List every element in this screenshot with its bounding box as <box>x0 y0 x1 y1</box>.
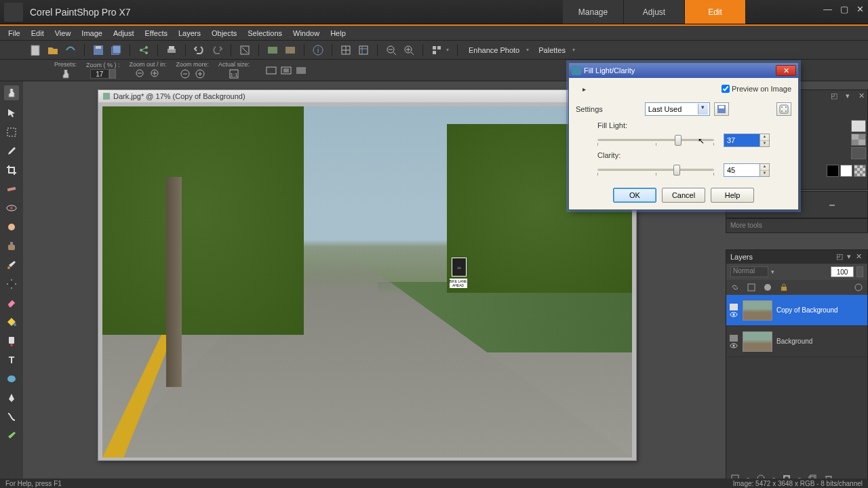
menu-adjust[interactable]: Adjust <box>108 27 140 39</box>
menu-image[interactable]: Image <box>76 27 108 39</box>
window-minimize[interactable]: — <box>823 4 832 14</box>
zoommore-out-icon[interactable] <box>180 68 191 79</box>
saveall-icon[interactable] <box>111 45 121 56</box>
save-preset-button[interactable] <box>714 102 729 116</box>
panel-undock[interactable]: ◰ <box>829 92 839 101</box>
fill-spin-up[interactable]: ▲ <box>760 134 769 141</box>
lighten-tool[interactable] <box>5 278 18 290</box>
zoommore-in-icon[interactable] <box>195 68 205 79</box>
menu-layers[interactable]: Layers <box>173 27 206 39</box>
window-close[interactable]: ✕ <box>856 4 864 14</box>
layer-fx-icon[interactable] <box>747 283 756 292</box>
minus-icon[interactable]: － <box>826 197 838 213</box>
zoomin-icon[interactable] <box>403 45 414 56</box>
selection-tool[interactable] <box>5 126 18 138</box>
straighten-tool[interactable] <box>5 183 18 195</box>
save-icon[interactable] <box>93 45 104 56</box>
layer-style-icon[interactable] <box>854 283 863 292</box>
layers-close[interactable]: ✕ <box>854 252 863 262</box>
clarity-spin-down[interactable]: ▼ <box>760 171 769 177</box>
mode-tab-edit[interactable]: Edit <box>685 0 746 24</box>
twain-icon[interactable] <box>65 45 76 56</box>
fill-light-slider[interactable]: ↖ <box>597 135 714 146</box>
layer-link-icon[interactable] <box>730 283 740 292</box>
menu-effects[interactable]: Effects <box>140 27 173 39</box>
warp-tool[interactable] <box>5 411 18 423</box>
layer-lock-icon[interactable] <box>779 283 789 292</box>
document-window[interactable]: Dark.jpg* @ 17% (Copy of Background) 🚲 B… <box>98 89 637 461</box>
settings-preset-select[interactable]: Last Used <box>645 102 710 116</box>
pen-tool[interactable] <box>5 392 18 404</box>
layer-item-bg[interactable]: Background <box>726 326 867 357</box>
pick-tool[interactable] <box>5 107 18 119</box>
blend-mode-select[interactable]: Normal <box>730 266 768 277</box>
fill-tool[interactable] <box>5 316 18 328</box>
menu-edit[interactable]: Edit <box>26 27 50 39</box>
mode-tab-adjust[interactable]: Adjust <box>624 0 685 24</box>
fill-spin-down[interactable]: ▼ <box>760 141 769 147</box>
map-icon[interactable] <box>267 45 278 56</box>
layers-undock[interactable]: ◰ <box>835 252 844 262</box>
paintbrush-tool[interactable] <box>5 259 18 271</box>
dialog-titlebar[interactable]: Fill Light/Clarity ✕ <box>569 63 798 78</box>
mode-tab-manage[interactable]: Manage <box>563 0 624 24</box>
opt-zoomout-icon[interactable] <box>135 68 146 79</box>
menu-window[interactable]: Window <box>288 27 325 39</box>
palettes-menu[interactable]: Palettes <box>536 45 568 56</box>
map2-icon[interactable] <box>285 45 296 56</box>
grid-icon[interactable] <box>340 45 351 56</box>
panel-close[interactable]: ✕ <box>856 92 866 101</box>
canvas[interactable]: 🚲 BIKE LANEAHEAD <box>102 106 632 458</box>
menu-help[interactable]: Help <box>325 27 351 39</box>
redeye-tool[interactable] <box>5 202 18 214</box>
redo-icon[interactable] <box>212 45 222 56</box>
info-icon[interactable]: i <box>313 45 323 56</box>
window-maximize[interactable]: ▢ <box>840 4 848 14</box>
layer-item-copy[interactable]: Copy of Background <box>726 295 867 326</box>
clarity-input[interactable] <box>724 163 760 177</box>
randomize-button[interactable] <box>776 102 791 116</box>
visibility-icon[interactable] <box>730 343 738 348</box>
fit-screen-icon[interactable] <box>296 65 307 76</box>
eraser-tool[interactable] <box>5 297 18 309</box>
swatch-fg[interactable] <box>827 165 839 177</box>
panel-min[interactable]: ▾ <box>843 92 852 101</box>
visibility-icon[interactable] <box>730 312 738 317</box>
clarity-spin-up[interactable]: ▲ <box>760 164 769 171</box>
preview-on-image-checkbox[interactable] <box>722 85 730 93</box>
open-icon[interactable] <box>47 45 58 56</box>
cancel-button[interactable]: Cancel <box>662 188 705 203</box>
actual-size-icon[interactable]: 1:1 <box>229 68 239 79</box>
layer-opacity-input[interactable] <box>831 266 854 277</box>
opt-zoomin-icon[interactable] <box>150 68 161 79</box>
pan-tool[interactable] <box>4 85 19 100</box>
oil-tool[interactable] <box>5 430 18 442</box>
swatch-bg[interactable] <box>840 165 852 177</box>
makeover-tool[interactable] <box>5 221 18 233</box>
help-button[interactable]: Help <box>711 188 754 203</box>
launcher-icon[interactable] <box>431 45 442 56</box>
layers-min[interactable]: ▾ <box>844 252 854 262</box>
fit-image-icon[interactable] <box>281 65 292 76</box>
print-icon[interactable] <box>166 45 177 56</box>
menu-view[interactable]: View <box>50 27 77 39</box>
more-tools-label[interactable]: More tools <box>726 218 868 233</box>
materials-tab-3[interactable] <box>851 147 866 159</box>
menu-objects[interactable]: Objects <box>206 27 242 39</box>
dialog-close-button[interactable]: ✕ <box>776 65 796 76</box>
zoomout-icon[interactable] <box>386 45 397 56</box>
swatch-trans[interactable] <box>854 165 866 177</box>
crop-tool[interactable] <box>5 164 18 176</box>
enhance-photo-menu[interactable]: Enhance Photo <box>466 45 522 56</box>
resize-icon[interactable] <box>239 45 250 56</box>
dropper-tool[interactable] <box>5 145 18 157</box>
guides-icon[interactable] <box>358 45 369 56</box>
undo-icon[interactable] <box>194 45 205 56</box>
text-tool[interactable]: T <box>5 354 18 366</box>
picture-tube-tool[interactable] <box>5 335 18 347</box>
menu-selections[interactable]: Selections <box>242 27 288 39</box>
clarity-slider[interactable] <box>597 165 714 176</box>
pan-preset-icon[interactable] <box>60 68 71 79</box>
fill-light-input[interactable] <box>724 134 760 147</box>
clone-tool[interactable] <box>5 240 18 252</box>
